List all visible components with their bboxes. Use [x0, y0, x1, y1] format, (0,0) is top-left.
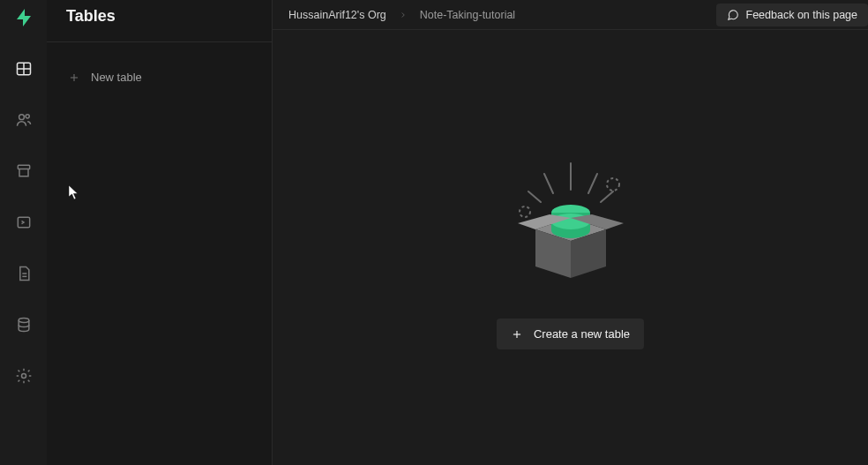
svg-line-14	[544, 174, 553, 193]
sidebar-title: Tables	[47, 0, 272, 41]
new-table-button[interactable]: New table	[47, 58, 272, 96]
plus-icon	[68, 71, 80, 84]
svg-line-15	[588, 174, 597, 193]
nav-database-icon[interactable]	[6, 309, 41, 341]
new-table-label: New table	[91, 71, 142, 84]
create-table-label: Create a new table	[534, 327, 630, 341]
svg-point-19	[607, 178, 619, 191]
breadcrumb-project[interactable]: Note-Taking-tutorial	[420, 9, 515, 21]
logo-icon[interactable]	[13, 7, 34, 28]
svg-point-4	[26, 115, 29, 118]
feedback-label: Feedback on this page	[746, 9, 857, 21]
breadcrumb-org[interactable]: HussainArif12's Org	[288, 9, 386, 21]
comment-icon	[727, 9, 739, 21]
empty-box-illustration	[500, 154, 641, 296]
nav-docs-icon[interactable]	[6, 258, 41, 289]
chevron-right-icon	[399, 11, 408, 19]
nav-sql-icon[interactable]	[6, 206, 41, 238]
nav-storage-icon[interactable]	[6, 155, 41, 187]
create-table-button[interactable]: Create a new table	[497, 319, 644, 349]
nav-settings-icon[interactable]	[6, 360, 41, 392]
svg-line-17	[601, 191, 613, 202]
nav-auth-icon[interactable]	[6, 104, 41, 136]
plus-icon	[511, 328, 523, 341]
divider	[47, 41, 272, 42]
svg-point-3	[19, 115, 24, 120]
svg-line-16	[528, 191, 541, 202]
nav-tables-icon[interactable]	[6, 53, 41, 85]
sidebar: Tables New table	[47, 0, 273, 465]
topbar: HussainArif12's Org Note-Taking-tutorial…	[273, 0, 868, 30]
svg-point-9	[19, 319, 29, 323]
svg-point-10	[21, 374, 26, 379]
nav-rail	[0, 0, 47, 465]
main-area: HussainArif12's Org Note-Taking-tutorial…	[273, 0, 868, 465]
empty-state: Create a new table	[273, 30, 868, 465]
svg-point-18	[520, 206, 530, 217]
feedback-button[interactable]: Feedback on this page	[716, 4, 868, 26]
breadcrumb: HussainArif12's Org Note-Taking-tutorial	[288, 9, 515, 21]
svg-rect-5	[18, 165, 29, 169]
